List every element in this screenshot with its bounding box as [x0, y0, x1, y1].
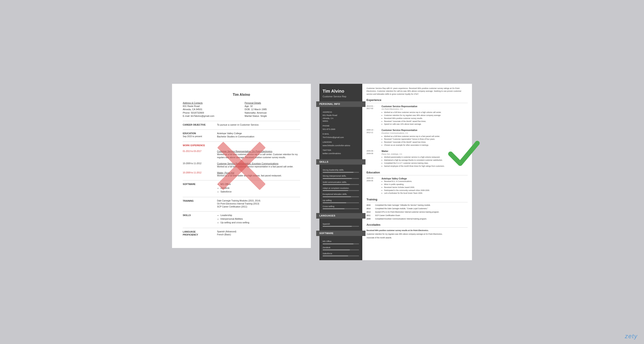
list-item: Completed the F.A.S.T. customer service …: [384, 162, 445, 165]
bad-job1-desc: Worked as a full time customer service r…: [217, 153, 300, 159]
accolades-title: Accolades: [366, 223, 468, 228]
sidebar-name-block: Tim Alvino Customer Service Rep: [320, 84, 362, 101]
list-item: Speed on calls was 10% above team averag…: [384, 123, 442, 126]
list-item: Worked passionately in customer service …: [384, 156, 445, 159]
list-item: Worked as a full time customer service r…: [384, 135, 440, 138]
accolade-item: Received 99% positive customer survey re…: [366, 229, 468, 232]
sidebar-email: E-mail TimTAlvino@gmail.com: [323, 133, 359, 139]
bad-work-label: WORK EXPERIENCE: [183, 144, 210, 147]
bad-education-dates: Sep 2015 to present: [183, 135, 210, 138]
list-item: Received B.A. in Communications.: [384, 180, 430, 183]
experience-title: Experience: [366, 98, 468, 103]
linkedin-label: LinkedIn: [323, 141, 359, 144]
bad-training-label: TRAINING: [183, 199, 210, 208]
skill-item: Strong interpersonal skills.: [323, 174, 359, 179]
edu-item: 2005-09 -2009-05 Antelope Valley College…: [366, 177, 468, 195]
address-value: 831 Rasle RoadAlmeda, CA94501: [323, 114, 359, 122]
list-item: Received Senior Scholar Award 2009.: [384, 186, 430, 189]
bad-job2-desc: Worked as a full time customer service r…: [217, 165, 300, 168]
sidebar-software-title: Software: [316, 231, 366, 236]
sidebar-languages-title: Languages: [316, 213, 366, 218]
bad-job3-dates: 10-2009 to 11-2012: [183, 171, 210, 177]
sidebar-linkedin: LinkedIn www.linkedin.com/in/tim-alvino: [323, 141, 359, 147]
training-item: 2013 Scored 97% in On Point Electronics'…: [366, 211, 468, 213]
sidebar: Tim Alvino Customer Service Rep Personal…: [320, 84, 362, 260]
bad-personal-label: Personal Details: [245, 101, 300, 105]
skill-item: Cross-selling: [323, 205, 359, 209]
training-item: 2014 Completed the Dale Carnegie module,…: [366, 207, 468, 210]
education-title: Education: [366, 171, 468, 175]
bad-job2-dates: 10-2009 to 11-2012: [183, 162, 210, 168]
bad-nationality: Nationality: American: [245, 111, 300, 114]
bad-skills-list: Leadership Interpersonal Abilities Up-se…: [217, 214, 300, 224]
exp-item: 2009-10 -2012-11 Customer Service Repres…: [366, 129, 468, 147]
bad-resume-wrapper: Tim Alvino Address & Contacts 831 Rasle …: [172, 84, 311, 248]
list-item: Customer retention for my regulars was 3…: [384, 114, 442, 117]
skill-item: Exceptional telesales skills.: [323, 193, 359, 197]
good-resume-name: Tim Alvino: [323, 88, 359, 94]
bad-phone: Phone: 5018732669: [183, 111, 238, 114]
sidebar-phone: Phone 501-873-2669: [323, 125, 359, 131]
accolade-item: Associate of the month awards.: [366, 237, 468, 239]
good-resume: Tim Alvino Customer Service Rep Personal…: [320, 84, 472, 260]
exp-item: 2005-06 -2009-09 Waiter Pizza Hut, Antel…: [366, 150, 468, 168]
sidebar-software-section: MS Office Zendesk Salesforce: [320, 238, 362, 260]
sidebar-personal-title: Personal Info: [316, 101, 366, 107]
sidebar-personal-section: Address 831 Rasle RoadAlmeda, CA94501 Ph…: [320, 109, 362, 159]
main-container: Tim Alvino Address & Contacts 831 Rasle …: [172, 84, 472, 260]
list-item: Maintained a high tip average thanks to …: [384, 159, 445, 162]
bad-lang-text: Spanish (Advanced)French (Basic): [217, 230, 300, 236]
twitter-value: twitter.com/timalvino: [323, 152, 359, 155]
sidebar-skills-section: Strong leadership skills. Strong interpe…: [320, 166, 362, 213]
list-item: Minor in public speaking.: [384, 183, 430, 186]
sw-item: Zendesk: [323, 246, 359, 250]
bad-job3-title: Waiter, Pizza Hut: [217, 171, 300, 174]
bad-address-label: Address & Contacts: [183, 101, 238, 105]
bad-lang-label: LANGUAGE PROFICIENCY: [183, 230, 210, 236]
list-item: Interpersonal Abilities: [220, 217, 300, 221]
zety-brand: zety: [625, 333, 638, 340]
skill-item: Adept at complaint resolution.: [323, 187, 359, 191]
bad-dob: DOB: 12 March 1985: [245, 108, 300, 111]
bad-job2-title: Customer Service Representative, Excelsi…: [217, 162, 300, 165]
lang-item: Spanish: [323, 222, 359, 227]
training-title: Training: [366, 198, 468, 202]
summary-text: Customer Service Rep with 8+ years exper…: [366, 87, 468, 96]
bad-job1-dates: 01-2013 to 03-2017: [183, 150, 210, 159]
list-item: Received 99% positive customer survey re…: [384, 117, 442, 120]
list-item: Zendesk: [220, 186, 300, 190]
email-label: E-mail: [323, 133, 359, 135]
bad-training-text: Dale Carnegie Training Modules (2015, 20…: [217, 199, 300, 208]
list-item: Received "Associate of the Month" award …: [384, 120, 442, 123]
bad-job3-desc: Worked as a full time waiter at a high-v…: [217, 174, 300, 177]
bad-marital: Marital Status: Single: [245, 114, 300, 118]
list-item: Chosen as an example for other associate…: [384, 144, 440, 147]
twitter-label: Twitter: [323, 149, 359, 152]
skill-item: Up-selling: [323, 199, 359, 203]
training-item: 2011 SCP Career Certification Exam: [366, 214, 468, 217]
bad-education-degree: Bachelor Studies in Communication: [217, 135, 300, 138]
sidebar-skills-title: Skills: [316, 159, 366, 165]
sw-item: MS Office: [323, 240, 359, 244]
bad-address: 831 Rasle Road: [183, 105, 238, 108]
bad-job1-title: Customer Service Representative, On Poin…: [217, 150, 300, 153]
training-item: 2009 Completed Excelsior Communications'…: [366, 218, 468, 220]
list-item: Leadership: [220, 214, 300, 217]
list-item: Salesforce: [220, 190, 300, 193]
good-resume-wrapper: Tim Alvino Customer Service Rep Personal…: [320, 84, 472, 260]
list-item: Participated in the community outreach d…: [384, 189, 430, 192]
exp-item: 2013-01 -2017-03 Customer Service Repres…: [366, 105, 468, 126]
bad-career-text: To pursue a career in Customer Service.: [217, 123, 300, 126]
phone-value: 501-873-2669: [323, 128, 359, 131]
skill-item: Strong leadership skills.: [323, 168, 359, 173]
list-item: Received "Associate of the Month" award …: [384, 141, 440, 144]
bad-email: E-mail: timTalvino@gmail.com: [183, 114, 238, 118]
bad-city: Almeda, CA 94501: [183, 108, 238, 111]
address-label: Address: [323, 111, 359, 114]
phone-label: Phone: [323, 125, 359, 127]
accolade-item: Customer retention for my regulars was 3…: [366, 233, 468, 236]
bad-software-label: SOFTWARE: [183, 183, 210, 194]
bad-education-label: EDUCATION: [183, 132, 210, 135]
list-item: Up-selling and cross-selling: [220, 221, 300, 224]
bad-resume-name: Tim Alvino: [183, 92, 300, 97]
